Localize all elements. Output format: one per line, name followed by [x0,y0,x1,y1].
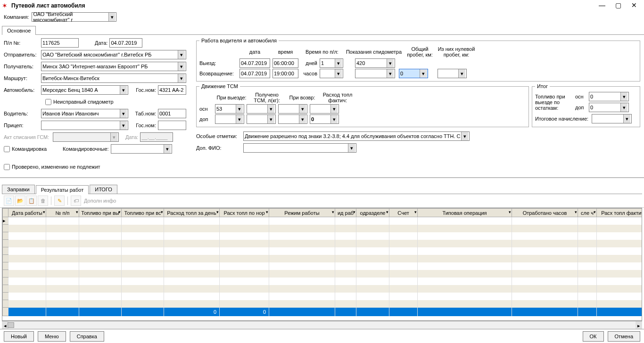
company-select[interactable]: ОАО "Витебский мясокомбинат" г▾ [32,12,116,22]
plno-input[interactable] [41,38,79,48]
edit-icon[interactable]: ✎ [54,196,65,206]
out-date-input[interactable] [239,58,270,68]
driver-label: Водитель: [4,111,39,116]
tabnom-label: Таб.ном: [130,111,156,116]
grid-column-header[interactable]: Дата работы▾ [8,209,46,217]
chevron-down-icon: ▾ [330,105,338,113]
minimize-button[interactable]: — [598,1,606,10]
gosnom-input[interactable] [158,85,186,95]
itog-final-select[interactable]: ▾ [592,114,632,123]
grid-column-header[interactable]: Режим работы▾ [269,209,335,217]
grid-column-header[interactable]: Топливо при вы▾ [79,209,122,217]
window-title: Путевой лист автомобиля [11,2,598,9]
dop-fact-select[interactable]: 0▾ [310,114,339,124]
chevron-down-icon: ▾ [461,132,468,140]
days-select[interactable]: 1▾ [320,58,343,68]
osn-out-select[interactable]: 53▾ [215,104,244,114]
help-button[interactable]: Справка [70,331,104,342]
tab-total[interactable]: ИТОГО [90,185,117,194]
close-button[interactable]: ✕ [630,1,638,10]
footer: Новый Меню Справка ОК Отмена [0,329,644,343]
route-select[interactable]: Витебск-Минск-Витебск▾ [41,74,186,83]
dopfio-select[interactable]: ▾ [243,143,356,153]
receiver-label: Получатель: [4,64,39,69]
tab-results[interactable]: Результаты работ [36,185,89,194]
sender-select[interactable]: ОАО "Витебский мясокомбинат" г.Витебск Р… [41,50,186,59]
itog-osn-select[interactable]: 0▾ [589,92,629,101]
new-button[interactable]: Новый [4,331,34,342]
spido-out-select[interactable]: 420▾ [355,58,395,68]
grid-column-header[interactable]: Расх топл фактич▾ [597,209,643,217]
tab-refills[interactable]: Заправки [2,185,35,194]
grid-column-header[interactable]: Счет▾ [389,209,418,217]
main-tabs: Основное [2,25,644,35]
work-group: Работа водителя и автомобиля дата время … [196,38,640,82]
chevron-down-icon: ▾ [458,69,465,78]
ret-time-input[interactable] [272,69,298,78]
ok-button[interactable]: ОК [583,331,604,342]
dop-ret-select[interactable]: ▾ [278,114,307,124]
chevron-down-icon: ▾ [620,103,627,112]
ret-date-input[interactable] [239,69,270,78]
right-column: Работа водителя и автомобиля дата время … [196,38,640,173]
grid-column-header[interactable]: одразделе▾ [356,209,389,217]
grid-column-header[interactable]: Отработано часов▾ [512,209,578,217]
company-row: Компания: ОАО "Витебский мясокомбинат" г… [0,11,644,25]
tabnom-input[interactable] [158,109,186,118]
grid-column-header[interactable]: Расход топл за день▾ [164,209,220,217]
plno-label: П/л №: [4,40,39,46]
maximize-button[interactable]: ▢ [614,1,622,10]
chevron-down-icon: ▾ [178,50,185,59]
dop-out-select[interactable]: ▾ [215,114,244,124]
tab-main[interactable]: Основное [2,26,36,35]
chevron-down-icon: ▾ [330,115,338,123]
grid-column-header[interactable]: Расх топл по нор▾ [220,209,269,217]
chevron-down-icon: ▾ [120,86,127,94]
trip-check[interactable]: Командировка [4,146,47,152]
receiver-select[interactable]: Минск ЗАО "Интернет-магазин Евроопт" РБ▾ [41,62,186,71]
osn-fact-select[interactable]: ▾ [310,104,339,114]
spido-ret-select[interactable]: ▾ [355,69,395,78]
chevron-down-icon: ▾ [108,13,115,21]
bottom-tabs: Заправки Результаты работ ИТОГО [2,185,642,194]
chevron-down-icon: ▾ [120,121,127,130]
grid-column-header[interactable]: Топливо при вс▾ [122,209,164,217]
grid-toolbar: 📄 📂 📋 🗑 ✎ 🏷 Дополн инфо [0,194,644,208]
trailer-gosnom-input[interactable] [158,121,186,130]
chevron-down-icon: ▾ [164,145,171,153]
bad-spido-check[interactable]: Неисправный спидометр [45,99,114,105]
grid-column-header[interactable]: № п/п▾ [46,209,79,217]
checked-check[interactable]: Проверено, изменению не подлежит [4,164,100,170]
results-grid[interactable]: Дата работы▾№ п/п▾Топливо при вы▾Топливо… [2,208,642,321]
act-date-label: Дата: [125,134,138,140]
menu-button[interactable]: Меню [38,331,66,342]
special-select[interactable]: Движение разрешено под знаки 3.2-3.8; 4.… [243,131,470,141]
itog-dop-select[interactable]: 0▾ [589,103,629,112]
horizontal-scrollbar[interactable]: ◂ ▸ [2,321,642,329]
scroll-thumb[interactable] [8,322,14,328]
hours-select[interactable]: ▾ [320,69,343,78]
auto-select[interactable]: Мерседес Бенц 1840 А▾ [41,85,128,95]
cancel-button[interactable]: Отмена [608,331,640,342]
chevron-down-icon: ▾ [387,59,394,67]
itog-group: Итог Топливо при выезде по остаткам: осн… [532,83,640,127]
grid-column-header[interactable]: сле ч▾ [578,209,597,217]
new-icon[interactable]: 📄 [4,196,14,206]
grid-column-header[interactable]: ид раб▾ [335,209,356,217]
osn-recv-select[interactable]: ▾ [247,104,276,114]
tcm-legend: Движение ТСМ [199,83,240,89]
zero-km-select[interactable]: ▾ [438,69,467,78]
total-km-select[interactable]: 0▾ [399,69,428,78]
app-icon: ✶ [2,2,9,9]
dop-recv-select[interactable]: ▾ [247,114,276,124]
chevron-down-icon: ▾ [348,144,355,152]
trailer-select[interactable]: ▾ [41,121,128,130]
chevron-down-icon: ▾ [420,69,427,78]
osn-ret-select[interactable]: ▾ [278,104,307,114]
driver-select[interactable]: Иванов Иван Иванович▾ [41,109,128,118]
grid-column-header[interactable]: Типовая операция▾ [418,209,512,217]
out-time-input[interactable] [272,58,298,68]
date-input[interactable] [109,38,142,48]
travel-exp-select[interactable]: ▾ [111,144,172,154]
chevron-down-icon: ▾ [236,105,243,113]
